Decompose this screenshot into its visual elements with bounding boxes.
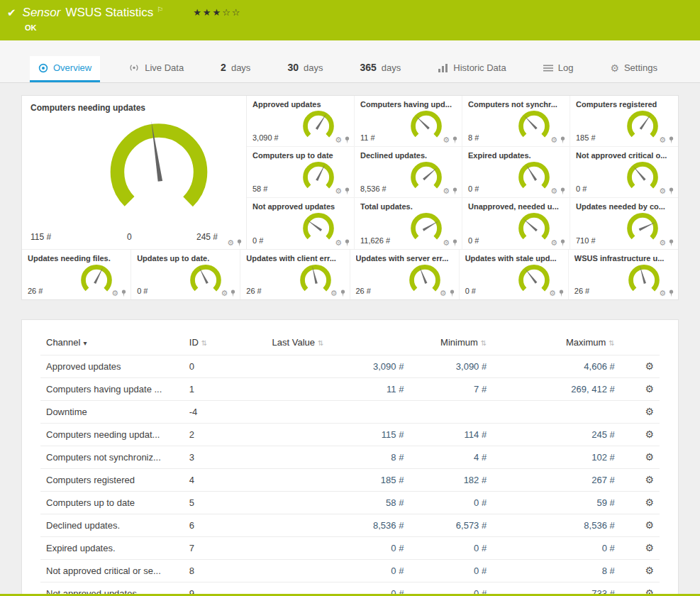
channel-settings-icon[interactable]: ⚙ — [645, 429, 654, 440]
gear-icon[interactable]: ⚙ — [659, 187, 666, 195]
gear-icon[interactable]: ⚙ — [227, 239, 234, 247]
star-empty-icon[interactable]: ☆ — [222, 7, 232, 18]
pin-icon[interactable] — [236, 239, 243, 247]
pin-icon[interactable] — [668, 136, 674, 144]
channel-settings-icon[interactable]: ⚙ — [645, 565, 654, 576]
gear-icon[interactable]: ⚙ — [443, 187, 450, 195]
pin-icon[interactable] — [452, 136, 458, 144]
tab-365-days[interactable]: 365days — [351, 55, 409, 82]
pin-icon[interactable] — [668, 239, 674, 247]
channel-settings-icon[interactable]: ⚙ — [645, 360, 654, 372]
gear-icon[interactable]: ⚙ — [550, 136, 557, 144]
pin-icon[interactable] — [230, 289, 236, 297]
tab-live-data[interactable]: Live Data — [120, 56, 192, 82]
channels-table-panel: Channel▾ID⇅Last Value⇅Minimum⇅Maximum⇅ A… — [21, 319, 679, 596]
column-header-maximum[interactable]: Maximum⇅ — [492, 329, 621, 355]
tab-settings[interactable]: ⚙Settings — [601, 56, 666, 82]
channel-settings-icon[interactable]: ⚙ — [645, 519, 654, 531]
historic-data-icon — [438, 63, 448, 72]
tab-log[interactable]: Log — [535, 56, 582, 82]
cell-minimum: 7 # — [409, 378, 492, 401]
pin-icon[interactable] — [668, 289, 674, 297]
pin-icon[interactable] — [121, 289, 127, 297]
pin-icon[interactable] — [452, 239, 458, 247]
cell-channel: Approved updates — [40, 355, 184, 378]
channel-settings-icon[interactable]: ⚙ — [645, 542, 654, 553]
pin-icon[interactable] — [449, 289, 455, 297]
gauge-dial — [405, 262, 445, 298]
pin-icon[interactable] — [344, 239, 350, 247]
tab-2-days[interactable]: 2days — [212, 55, 259, 82]
gauge-actions: ⚙ — [443, 136, 458, 144]
gear-icon[interactable]: ⚙ — [550, 239, 557, 247]
sensor-name: WSUS Statistics — [65, 6, 153, 20]
gauge-actions: ⚙ — [335, 239, 350, 247]
tab-historic-data[interactable]: Historic Data — [429, 56, 514, 82]
cell-id: 0 — [184, 355, 267, 378]
tab-label: Log — [558, 62, 574, 73]
gear-icon[interactable]: ⚙ — [549, 289, 556, 297]
gauge-value: 710 # — [576, 236, 596, 245]
channel-settings-icon[interactable]: ⚙ — [645, 451, 654, 463]
cell-minimum: 0 # — [409, 537, 492, 560]
pin-icon[interactable] — [340, 289, 346, 297]
gear-icon[interactable]: ⚙ — [659, 289, 666, 297]
channel-settings-icon[interactable]: ⚙ — [645, 406, 654, 417]
gear-icon: ⚙ — [610, 63, 619, 73]
tab-30-days[interactable]: 30days — [279, 55, 331, 82]
column-label: Minimum — [440, 337, 478, 348]
star-filled-icon[interactable]: ★ — [203, 7, 213, 18]
gauge-tile: Total updates.11,626 #⚙ — [355, 198, 462, 249]
gear-icon[interactable]: ⚙ — [330, 289, 338, 297]
gauge-value: 26 # — [356, 287, 371, 295]
flag-icon[interactable]: ⚐ — [157, 6, 163, 13]
gear-icon[interactable]: ⚙ — [440, 289, 447, 297]
star-empty-icon[interactable]: ☆ — [232, 7, 242, 18]
gauge-tile: Declined updates.8,536 #⚙ — [355, 147, 462, 198]
tab-overview[interactable]: Overview — [30, 56, 100, 82]
pin-icon[interactable] — [344, 187, 350, 195]
gauge-dial — [296, 262, 335, 298]
channel-settings-icon[interactable]: ⚙ — [645, 383, 654, 394]
cell-last-value: 0 # — [267, 537, 410, 560]
gear-icon[interactable]: ⚙ — [111, 289, 118, 297]
column-header-minimum[interactable]: Minimum⇅ — [409, 329, 492, 355]
sort-icon: ⇅ — [609, 339, 614, 347]
gauge-value: 8 # — [468, 133, 479, 142]
gauge-tile: Updates up to date.0 #⚙ — [131, 250, 240, 299]
cell-id: -4 — [184, 401, 267, 424]
pin-icon[interactable] — [452, 187, 458, 195]
cell-last-value: 8 # — [267, 446, 410, 469]
cell-last-value: 58 # — [267, 492, 410, 514]
channel-settings-icon[interactable]: ⚙ — [645, 474, 654, 485]
pin-icon[interactable] — [344, 136, 350, 144]
channel-settings-icon[interactable]: ⚙ — [645, 497, 654, 508]
gear-icon[interactable]: ⚙ — [335, 239, 342, 247]
cell-actions: ⚙ — [621, 560, 660, 583]
column-label: Channel — [46, 337, 80, 348]
gear-icon[interactable]: ⚙ — [335, 187, 342, 195]
gear-icon[interactable]: ⚙ — [443, 136, 450, 144]
pin-icon[interactable] — [560, 239, 566, 247]
pin-icon[interactable] — [560, 136, 566, 144]
pin-icon[interactable] — [560, 187, 566, 195]
star-filled-icon[interactable]: ★ — [193, 7, 203, 18]
gauge-max-label: 245 # — [196, 232, 218, 242]
gauge-value: 0 # — [137, 287, 148, 295]
gear-icon[interactable]: ⚙ — [443, 239, 450, 247]
pin-icon[interactable] — [558, 289, 565, 297]
gear-icon[interactable]: ⚙ — [550, 187, 557, 195]
prtg-sensor-page: ✔ Sensor WSUS Statistics ⚐ ★★★☆☆ OK Over… — [0, 0, 700, 596]
column-header-channel[interactable]: Channel▾ — [40, 329, 184, 355]
pin-icon[interactable] — [668, 187, 674, 195]
column-header-id[interactable]: ID⇅ — [184, 329, 267, 355]
gear-icon[interactable]: ⚙ — [335, 136, 342, 144]
tab-label: Overview — [53, 62, 91, 73]
gear-icon[interactable]: ⚙ — [659, 136, 666, 144]
gear-icon[interactable]: ⚙ — [221, 289, 228, 297]
column-header-last-value[interactable]: Last Value⇅ — [267, 329, 410, 355]
star-filled-icon[interactable]: ★ — [212, 7, 222, 18]
gear-icon[interactable]: ⚙ — [659, 239, 666, 247]
table-row: Not approved critical or se...80 #0 #8 #… — [40, 560, 660, 583]
cell-channel: Computers needing updat... — [40, 424, 184, 446]
